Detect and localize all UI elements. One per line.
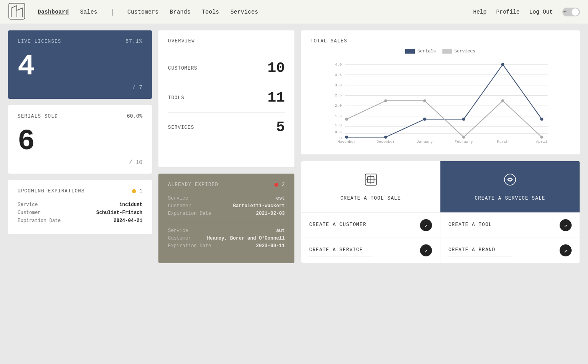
upcoming-count: 1 bbox=[139, 188, 142, 194]
services-point-0 bbox=[345, 118, 348, 121]
upcoming-customer-row: Customer Schulist-Fritsch bbox=[18, 210, 142, 216]
nav-services[interactable]: Services bbox=[230, 9, 258, 15]
svg-text:2.5: 2.5 bbox=[335, 93, 342, 98]
logo[interactable] bbox=[8, 2, 26, 22]
nav-sales[interactable]: Sales bbox=[80, 9, 97, 15]
serials-sold-label: SERIALS SOLD bbox=[18, 114, 58, 119]
create-service-card[interactable]: CREATE A SERVICE ↗ bbox=[301, 238, 440, 263]
serials-point-0 bbox=[345, 136, 348, 139]
upcoming-service-row: Service incidunt bbox=[18, 202, 142, 208]
overview-customers-row: CUSTOMERS 10 bbox=[168, 54, 285, 83]
service-sale-icon bbox=[503, 172, 517, 191]
nav-customers[interactable]: Customers bbox=[127, 9, 158, 15]
toggle-knob bbox=[572, 8, 579, 16]
sun-icon: ☀ bbox=[563, 8, 566, 15]
red-dot bbox=[274, 183, 278, 187]
upcoming-customer-val: Schulist-Fritsch bbox=[96, 210, 142, 216]
nav-right: Help Profile Log Out ☀ bbox=[473, 8, 580, 16]
expired-service-val-1: est bbox=[276, 196, 285, 201]
expired-customer-val-2: Heaney, Borer and O'Connell bbox=[207, 236, 285, 241]
live-licenses-label: LIVE LICENSES bbox=[18, 39, 61, 44]
serials-point-4 bbox=[501, 63, 504, 66]
svg-text:1.0: 1.0 bbox=[335, 123, 342, 128]
nav-divider: | bbox=[110, 8, 115, 16]
overview-customers-val: 10 bbox=[268, 60, 285, 76]
expired-service-row-2: Service aut bbox=[168, 228, 285, 234]
legend-services: Services bbox=[442, 49, 476, 54]
upcoming-customer-key: Customer bbox=[18, 210, 41, 216]
yellow-dot bbox=[132, 189, 136, 193]
create-tool-label: CREATE A TOOL bbox=[448, 222, 512, 228]
services-point-2 bbox=[423, 99, 426, 102]
expired-customer-key-1: Customer bbox=[168, 203, 191, 209]
svg-text:2.0: 2.0 bbox=[335, 104, 342, 108]
serials-sold-count: 6 bbox=[18, 127, 142, 156]
expired-customer-row-2: Customer Heaney, Borer and O'Connell bbox=[168, 236, 285, 241]
total-sales-card: TOTAL SALES Serials Services bbox=[301, 30, 580, 154]
services-point-5 bbox=[540, 136, 544, 139]
expired-expiration-row-2: Expiration Date 2023-09-11 bbox=[168, 243, 285, 249]
svg-text:March: March bbox=[497, 140, 509, 144]
overview-tools-row: TOOLS 11 bbox=[168, 83, 285, 113]
sales-chart: 4.0 3.5 3.0 2.5 2.0 1.5 1.0 0.5 0 Novemb… bbox=[310, 57, 570, 145]
create-customer-label: CREATE A CUSTOMER bbox=[309, 222, 373, 228]
expired-expiration-row-1: Expiration Date 2021-02-03 bbox=[168, 211, 285, 216]
create-customer-arrow: ↗ bbox=[420, 219, 432, 231]
create-tool-sale-card[interactable]: CREATE A TOOL SALE bbox=[301, 161, 440, 212]
services-point-3 bbox=[462, 136, 466, 139]
svg-text:February: February bbox=[454, 140, 473, 144]
nav-logout[interactable]: Log Out bbox=[529, 9, 553, 15]
middle-column: OVERVIEW CUSTOMERS 10 TOOLS 11 SERVICES … bbox=[158, 30, 294, 263]
create-service-sale-card[interactable]: CREATE A SERVICE SALE bbox=[440, 161, 580, 212]
upcoming-expirations-card: UPCOMING EXPIRATIONS 1 Service incidunt … bbox=[8, 180, 152, 234]
upcoming-service-key: Service bbox=[18, 202, 38, 208]
svg-point-28 bbox=[504, 174, 516, 185]
serials-point-5 bbox=[540, 118, 544, 121]
nav-brands[interactable]: Brands bbox=[170, 9, 191, 15]
svg-text:April: April bbox=[536, 140, 548, 144]
expired-entry-1: Service est Customer Bartoletti-Wuckert … bbox=[168, 196, 285, 216]
expired-customer-key-2: Customer bbox=[168, 236, 191, 241]
nav-help[interactable]: Help bbox=[473, 9, 487, 15]
serials-point-1 bbox=[384, 136, 387, 139]
nav-tools[interactable]: Tools bbox=[202, 9, 219, 15]
create-brand-card[interactable]: CREATE A BRAND ↗ bbox=[440, 238, 580, 263]
create-brand-label: CREATE A BRAND bbox=[448, 247, 512, 253]
serials-point-2 bbox=[423, 118, 426, 121]
serials-sold-total: / 10 bbox=[18, 159, 142, 166]
expired-expiration-key-2: Expiration Date bbox=[168, 243, 211, 249]
serials-sold-card: SERIALS SOLD 60.0% 6 / 10 bbox=[8, 105, 152, 174]
nav-links: Dashboard Sales | Customers Brands Tools… bbox=[38, 8, 473, 16]
overview-card: OVERVIEW CUSTOMERS 10 TOOLS 11 SERVICES … bbox=[158, 30, 294, 167]
expired-expiration-key-1: Expiration Date bbox=[168, 211, 211, 216]
services-point-4 bbox=[501, 99, 504, 102]
serials-sold-percent: 60.0% bbox=[127, 113, 142, 119]
legend-serials-box bbox=[405, 49, 415, 54]
nav-dashboard[interactable]: Dashboard bbox=[38, 9, 69, 15]
overview-tools-val: 11 bbox=[268, 90, 285, 106]
create-tool-card[interactable]: CREATE A TOOL ↗ bbox=[440, 212, 580, 238]
nav-profile[interactable]: Profile bbox=[496, 9, 520, 15]
page-grid: LIVE LICENSES 57.1% 4 / 7 SERIALS SOLD 6… bbox=[0, 24, 588, 270]
already-expired-card: ALREADY EXPIRED 2 Service est Customer B… bbox=[158, 174, 294, 263]
live-licenses-total: / 7 bbox=[18, 84, 142, 91]
svg-text:3.5: 3.5 bbox=[335, 73, 342, 77]
legend-serials: Serials bbox=[405, 49, 436, 54]
overview-services-row: SERVICES 5 bbox=[168, 113, 285, 142]
upcoming-expiration-row: Expiration Date 2024-04-21 bbox=[18, 218, 142, 224]
create-tool-sale-label: CREATE A TOOL SALE bbox=[340, 196, 401, 201]
overview-title: OVERVIEW bbox=[168, 38, 285, 44]
create-service-sale-label: CREATE A SERVICE SALE bbox=[475, 196, 545, 201]
theme-toggle[interactable]: ☀ bbox=[562, 8, 580, 16]
expired-service-key-2: Service bbox=[168, 228, 188, 234]
right-column: TOTAL SALES Serials Services bbox=[301, 30, 580, 263]
create-service-label: CREATE A SERVICE bbox=[309, 247, 373, 253]
overview-services-val: 5 bbox=[276, 119, 285, 136]
expired-customer-row-1: Customer Bartoletti-Wuckert bbox=[168, 203, 285, 209]
upcoming-label: UPCOMING EXPIRATIONS bbox=[18, 188, 129, 194]
chart-title: TOTAL SALES bbox=[310, 38, 570, 44]
create-customer-card[interactable]: CREATE A CUSTOMER ↗ bbox=[301, 212, 440, 238]
upcoming-service-val: incidunt bbox=[119, 202, 142, 208]
svg-text:3.0: 3.0 bbox=[335, 83, 342, 88]
svg-text:1.5: 1.5 bbox=[335, 114, 342, 118]
